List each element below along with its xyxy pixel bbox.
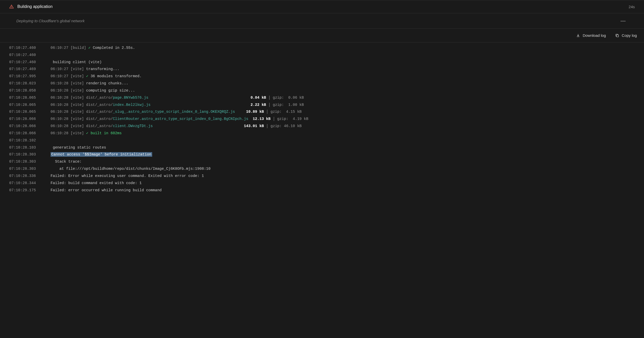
log-content: at file:///opt/buildhome/repo/dist/chunk…: [51, 165, 211, 173]
log-timestamp: 07:10:28.336: [9, 173, 51, 180]
log-timestamp: 07:10:28.066: [9, 116, 51, 123]
log-content: Failed: error occurred while running bui…: [51, 187, 162, 194]
log-timestamp: 07:10:28.303: [9, 151, 51, 158]
log-line: 07:10:28.303Cannot access '$$Image' befo…: [9, 151, 635, 158]
download-log-label: Download log: [583, 33, 606, 38]
log-timestamp: 07:10:28.058: [9, 87, 51, 94]
log-content: Cannot access '$$Image' before initializ…: [51, 151, 152, 158]
log-line: 07:10:28.06506:10:28 [vite] dist/_astro/…: [9, 108, 635, 116]
file-link: client.DWvzgTDt.js: [113, 124, 153, 128]
log-timestamp: 07:10:27.460: [9, 59, 51, 66]
copy-log-button[interactable]: Copy log: [615, 33, 637, 38]
warning-icon: [9, 4, 14, 9]
log-line: 07:10:27.46006:10:27 [build] ✓ Completed…: [9, 44, 635, 52]
log-timestamp: 07:10:28.303: [9, 158, 51, 165]
log-line: 07:10:28.103 generating static routes: [9, 144, 635, 151]
log-line: 07:10:29.175Failed: error occurred while…: [9, 187, 635, 194]
log-line: 07:10:27.460 building client (vite): [9, 59, 635, 66]
deploy-subheader: Deploying to Cloudflare's global network…: [0, 13, 644, 29]
log-actions: Download log Copy log: [0, 29, 644, 42]
log-line: 07:10:28.06506:10:28 [vite] dist/_astro/…: [9, 94, 635, 102]
log-content: 06:10:28 [vite] rendering chunks...: [51, 80, 128, 87]
log-content: 06:10:28 [vite] ✓ built in 602ms: [51, 130, 122, 137]
log-line: 07:10:28.02306:10:28 [vite] rendering ch…: [9, 80, 635, 87]
log-timestamp: 07:10:28.023: [9, 80, 51, 87]
log-output[interactable]: 07:10:27.46006:10:27 [build] ✓ Completed…: [0, 42, 644, 199]
log-timestamp: 07:10:28.065: [9, 102, 51, 109]
log-line: 07:10:28.344Failed: build command exited…: [9, 180, 635, 187]
log-line: 07:10:27.46906:10:27 [vite] transforming…: [9, 66, 635, 73]
log-timestamp: 07:10:28.066: [9, 123, 51, 130]
log-content: 06:10:27 [vite] transforming...: [51, 66, 120, 73]
log-content: 06:10:28 [vite] dist/_astro/ClientRouter…: [51, 116, 308, 123]
log-content: 06:10:27 [vite] ✓ 36 modules transformed…: [51, 73, 142, 80]
deploy-status-text: Deploying to Cloudflare's global network: [16, 19, 85, 23]
error-highlight: Cannot access '$$Image' before initializ…: [51, 152, 152, 157]
log-line: 07:10:28.06606:10:28 [vite] dist/_astro/…: [9, 123, 635, 130]
log-line: 07:10:28.06606:10:28 [vite] dist/_astro/…: [9, 116, 635, 123]
copy-log-label: Copy log: [622, 33, 637, 38]
log-line: 07:10:27.99506:10:27 [vite] ✓ 36 modules…: [9, 73, 635, 80]
collapse-button[interactable]: —: [618, 18, 628, 24]
log-content: Stack trace:: [51, 158, 82, 165]
log-content: 06:10:27 [build] ✓ Completed in 2.55s.: [51, 44, 135, 52]
log-timestamp: 07:10:28.065: [9, 108, 51, 116]
svg-point-1: [11, 7, 12, 8]
header-left: Building application: [9, 4, 53, 9]
build-duration: 24s: [629, 5, 635, 9]
log-timestamp: 07:10:27.460: [9, 52, 51, 59]
log-line: 07:10:28.05806:10:28 [vite] computing gz…: [9, 87, 635, 94]
log-timestamp: 07:10:28.344: [9, 180, 51, 187]
log-timestamp: 07:10:28.103: [9, 144, 51, 151]
log-timestamp: 07:10:28.065: [9, 94, 51, 102]
log-line: 07:10:28.06506:10:28 [vite] dist/_astro/…: [9, 102, 635, 109]
log-timestamp: 07:10:29.175: [9, 187, 51, 194]
file-link: ClientRouter.astro_astro_type_script_ind…: [113, 117, 248, 121]
log-timestamp: 07:10:27.995: [9, 73, 51, 80]
log-timestamp: 07:10:28.303: [9, 165, 51, 173]
log-content: Failed: build command exited with code: …: [51, 180, 142, 187]
file-link: _slug_.astro_astro_type_script_index_0_l…: [113, 110, 235, 114]
log-timestamp: 07:10:28.102: [9, 137, 51, 144]
log-content: generating static routes: [51, 144, 108, 151]
download-log-button[interactable]: Download log: [576, 33, 606, 38]
log-content: 06:10:28 [vite] dist/_astro/client.DWvzg…: [51, 123, 302, 130]
file-link: index.Bel2lkwj.js: [113, 103, 151, 107]
build-status-header: Building application 24s: [0, 0, 644, 13]
log-content: 06:10:28 [vite] dist/_astro/index.Bel2lk…: [51, 102, 304, 109]
log-timestamp: 07:10:27.460: [9, 44, 51, 52]
file-link: page.BNYwb576.js: [113, 96, 148, 100]
log-content: building client (vite): [51, 59, 104, 66]
log-content: Failed: Error while executing user comma…: [51, 173, 204, 180]
log-content: 06:10:28 [vite] dist/_astro/page.BNYwb57…: [51, 94, 304, 102]
svg-rect-2: [616, 35, 618, 37]
log-content: 06:10:28 [vite] dist/_astro/_slug_.astro…: [51, 108, 302, 116]
download-icon: [576, 33, 580, 38]
log-line: 07:10:28.336Failed: Error while executin…: [9, 173, 635, 180]
log-timestamp: 07:10:27.469: [9, 66, 51, 73]
log-line: 07:10:28.06606:10:28 [vite] ✓ built in 6…: [9, 130, 635, 137]
log-line: 07:10:28.303 at file:///opt/buildhome/re…: [9, 165, 635, 173]
log-line: 07:10:27.460: [9, 52, 635, 59]
header-title: Building application: [17, 4, 53, 9]
copy-icon: [615, 33, 619, 38]
log-timestamp: 07:10:28.066: [9, 130, 51, 137]
log-line: 07:10:28.303 Stack trace:: [9, 158, 635, 165]
log-line: 07:10:28.102: [9, 137, 635, 144]
log-content: 06:10:28 [vite] computing gzip size...: [51, 87, 135, 94]
